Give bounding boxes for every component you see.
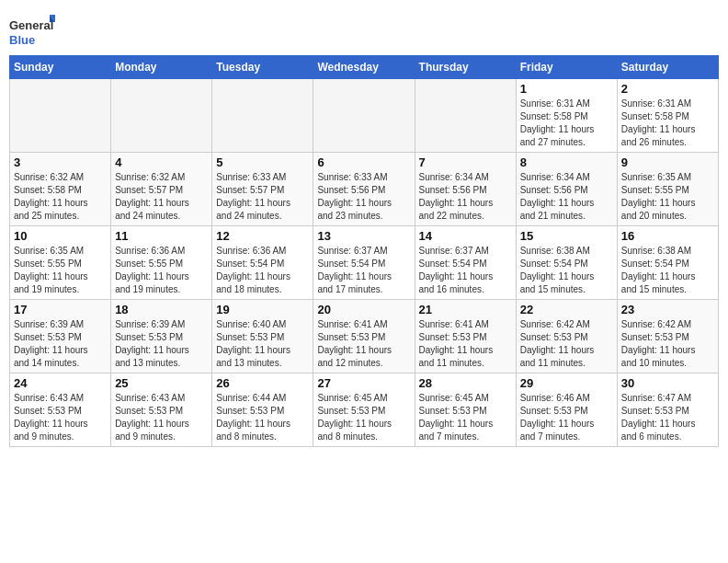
day-cell: 15Sunrise: 6:38 AM Sunset: 5:54 PM Dayli… [516, 226, 617, 300]
day-info: Sunrise: 6:47 AM Sunset: 5:53 PM Dayligh… [621, 392, 714, 443]
day-cell [10, 79, 111, 153]
day-number: 22 [520, 303, 613, 316]
day-cell: 22Sunrise: 6:42 AM Sunset: 5:53 PM Dayli… [516, 300, 617, 373]
day-info: Sunrise: 6:37 AM Sunset: 5:54 PM Dayligh… [419, 245, 512, 296]
day-info: Sunrise: 6:33 AM Sunset: 5:56 PM Dayligh… [317, 171, 410, 223]
weekday-header-friday: Friday [516, 56, 617, 79]
weekday-header-sunday: Sunday [10, 56, 111, 79]
day-info: Sunrise: 6:31 AM Sunset: 5:58 PM Dayligh… [520, 98, 613, 149]
day-number: 2 [621, 82, 714, 96]
day-cell: 13Sunrise: 6:37 AM Sunset: 5:54 PM Dayli… [313, 226, 415, 300]
day-number: 16 [621, 229, 714, 243]
weekday-header-wednesday: Wednesday [313, 56, 415, 79]
day-info: Sunrise: 6:39 AM Sunset: 5:53 PM Dayligh… [14, 318, 107, 370]
day-number: 17 [14, 303, 107, 316]
day-number: 23 [621, 303, 714, 316]
day-cell [313, 79, 415, 153]
day-number: 28 [419, 376, 512, 390]
day-number: 7 [419, 155, 512, 169]
day-number: 20 [317, 303, 410, 316]
day-info: Sunrise: 6:46 AM Sunset: 5:53 PM Dayligh… [520, 392, 613, 443]
week-row-3: 10Sunrise: 6:35 AM Sunset: 5:55 PM Dayli… [10, 226, 719, 300]
day-cell: 21Sunrise: 6:41 AM Sunset: 5:53 PM Dayli… [415, 300, 516, 373]
day-info: Sunrise: 6:43 AM Sunset: 5:53 PM Dayligh… [14, 392, 107, 443]
day-number: 14 [419, 229, 512, 243]
day-info: Sunrise: 6:42 AM Sunset: 5:53 PM Dayligh… [621, 318, 714, 370]
day-info: Sunrise: 6:43 AM Sunset: 5:53 PM Dayligh… [115, 392, 208, 443]
day-cell: 5Sunrise: 6:33 AM Sunset: 5:57 PM Daylig… [212, 153, 313, 226]
weekday-header-row: SundayMondayTuesdayWednesdayThursdayFrid… [10, 56, 719, 79]
day-number: 19 [216, 303, 309, 316]
weekday-header-saturday: Saturday [617, 56, 718, 79]
day-number: 18 [115, 303, 208, 316]
day-number: 8 [520, 155, 613, 169]
logo-svg: General Blue [9, 13, 55, 50]
day-number: 1 [520, 82, 613, 96]
day-cell: 25Sunrise: 6:43 AM Sunset: 5:53 PM Dayli… [111, 373, 212, 447]
logo: General Blue [9, 13, 55, 50]
week-row-5: 24Sunrise: 6:43 AM Sunset: 5:53 PM Dayli… [10, 373, 719, 447]
day-info: Sunrise: 6:41 AM Sunset: 5:53 PM Dayligh… [419, 318, 512, 370]
day-cell: 8Sunrise: 6:34 AM Sunset: 5:56 PM Daylig… [516, 153, 617, 226]
day-info: Sunrise: 6:42 AM Sunset: 5:53 PM Dayligh… [520, 318, 613, 370]
day-cell: 11Sunrise: 6:36 AM Sunset: 5:55 PM Dayli… [111, 226, 212, 300]
weekday-header-tuesday: Tuesday [212, 56, 313, 79]
day-info: Sunrise: 6:35 AM Sunset: 5:55 PM Dayligh… [14, 245, 107, 296]
header: General Blue [9, 9, 719, 50]
day-info: Sunrise: 6:38 AM Sunset: 5:54 PM Dayligh… [520, 245, 613, 296]
day-cell: 28Sunrise: 6:45 AM Sunset: 5:53 PM Dayli… [415, 373, 516, 447]
day-info: Sunrise: 6:41 AM Sunset: 5:53 PM Dayligh… [317, 318, 410, 370]
day-cell: 20Sunrise: 6:41 AM Sunset: 5:53 PM Dayli… [313, 300, 415, 373]
day-cell: 10Sunrise: 6:35 AM Sunset: 5:55 PM Dayli… [10, 226, 111, 300]
day-number: 5 [216, 155, 309, 169]
weekday-header-thursday: Thursday [415, 56, 516, 79]
day-number: 4 [115, 155, 208, 169]
day-cell: 30Sunrise: 6:47 AM Sunset: 5:53 PM Dayli… [617, 373, 718, 447]
day-number: 6 [317, 155, 410, 169]
day-cell: 26Sunrise: 6:44 AM Sunset: 5:53 PM Dayli… [212, 373, 313, 447]
week-row-4: 17Sunrise: 6:39 AM Sunset: 5:53 PM Dayli… [10, 300, 719, 373]
day-number: 11 [115, 229, 208, 243]
day-number: 24 [14, 376, 107, 390]
day-cell: 18Sunrise: 6:39 AM Sunset: 5:53 PM Dayli… [111, 300, 212, 373]
day-info: Sunrise: 6:40 AM Sunset: 5:53 PM Dayligh… [216, 318, 309, 370]
day-cell: 1Sunrise: 6:31 AM Sunset: 5:58 PM Daylig… [516, 79, 617, 153]
day-cell: 29Sunrise: 6:46 AM Sunset: 5:53 PM Dayli… [516, 373, 617, 447]
day-info: Sunrise: 6:33 AM Sunset: 5:57 PM Dayligh… [216, 171, 309, 223]
calendar-table: SundayMondayTuesdayWednesdayThursdayFrid… [9, 55, 719, 447]
day-cell: 4Sunrise: 6:32 AM Sunset: 5:57 PM Daylig… [111, 153, 212, 226]
weekday-header-monday: Monday [111, 56, 212, 79]
day-number: 9 [621, 155, 714, 169]
day-cell: 16Sunrise: 6:38 AM Sunset: 5:54 PM Dayli… [617, 226, 718, 300]
day-info: Sunrise: 6:44 AM Sunset: 5:53 PM Dayligh… [216, 392, 309, 443]
day-number: 3 [14, 155, 107, 169]
day-info: Sunrise: 6:45 AM Sunset: 5:53 PM Dayligh… [419, 392, 512, 443]
week-row-2: 3Sunrise: 6:32 AM Sunset: 5:58 PM Daylig… [10, 153, 719, 226]
day-info: Sunrise: 6:34 AM Sunset: 5:56 PM Dayligh… [419, 171, 512, 223]
day-number: 26 [216, 376, 309, 390]
day-cell: 6Sunrise: 6:33 AM Sunset: 5:56 PM Daylig… [313, 153, 415, 226]
svg-text:Blue: Blue [9, 33, 35, 47]
svg-text:General: General [9, 18, 53, 32]
day-cell: 12Sunrise: 6:36 AM Sunset: 5:54 PM Dayli… [212, 226, 313, 300]
day-cell: 27Sunrise: 6:45 AM Sunset: 5:53 PM Dayli… [313, 373, 415, 447]
day-info: Sunrise: 6:31 AM Sunset: 5:58 PM Dayligh… [621, 98, 714, 149]
day-number: 10 [14, 229, 107, 243]
day-info: Sunrise: 6:38 AM Sunset: 5:54 PM Dayligh… [621, 245, 714, 296]
day-number: 21 [419, 303, 512, 316]
day-info: Sunrise: 6:36 AM Sunset: 5:54 PM Dayligh… [216, 245, 309, 296]
day-info: Sunrise: 6:45 AM Sunset: 5:53 PM Dayligh… [317, 392, 410, 443]
day-number: 27 [317, 376, 410, 390]
day-cell: 14Sunrise: 6:37 AM Sunset: 5:54 PM Dayli… [415, 226, 516, 300]
day-info: Sunrise: 6:34 AM Sunset: 5:56 PM Dayligh… [520, 171, 613, 223]
day-cell: 19Sunrise: 6:40 AM Sunset: 5:53 PM Dayli… [212, 300, 313, 373]
day-info: Sunrise: 6:39 AM Sunset: 5:53 PM Dayligh… [115, 318, 208, 370]
day-number: 30 [621, 376, 714, 390]
day-number: 12 [216, 229, 309, 243]
day-number: 15 [520, 229, 613, 243]
day-cell: 23Sunrise: 6:42 AM Sunset: 5:53 PM Dayli… [617, 300, 718, 373]
day-number: 25 [115, 376, 208, 390]
day-number: 29 [520, 376, 613, 390]
day-cell [111, 79, 212, 153]
day-cell: 3Sunrise: 6:32 AM Sunset: 5:58 PM Daylig… [10, 153, 111, 226]
